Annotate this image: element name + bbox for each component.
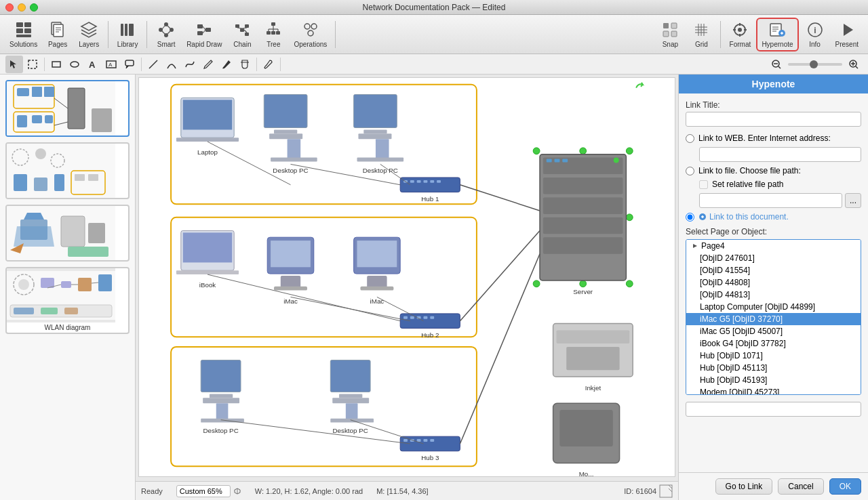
- toolbar-grid[interactable]: Grid: [686, 18, 716, 51]
- tree-obj44813[interactable]: [ObjID 44813]: [686, 289, 861, 301]
- refresh-icon[interactable]: [636, 83, 643, 88]
- tool-pen[interactable]: [199, 56, 217, 73]
- toolbar-smart[interactable]: Smart: [151, 18, 181, 51]
- file-path-input[interactable]: [699, 193, 842, 208]
- node-hub1[interactable]: Hub 1: [400, 178, 460, 203]
- minimize-button[interactable]: [18, 3, 26, 12]
- cancel-button[interactable]: Cancel: [778, 478, 823, 495]
- tool-text[interactable]: A: [84, 56, 102, 73]
- browse-button[interactable]: ...: [845, 193, 861, 208]
- svg-line-97: [54, 98, 68, 108]
- thumbnail-4[interactable]: WLAN diagram: [5, 267, 130, 334]
- tree-page4[interactable]: Page4: [686, 240, 861, 252]
- tool-marquee[interactable]: [24, 56, 41, 73]
- node-desktop1[interactable]: Desktop PC: [264, 95, 317, 175]
- window-controls[interactable]: [5, 3, 38, 12]
- node-laptop[interactable]: Laptop: [176, 98, 239, 155]
- zoom-control[interactable]: [176, 485, 241, 497]
- link-web-radio[interactable]: [686, 134, 694, 143]
- tool-curve[interactable]: [181, 56, 199, 73]
- thumbnail-3[interactable]: [5, 205, 130, 262]
- toolbar-hypernote[interactable]: Hypernote: [756, 18, 798, 51]
- toolbar-rapid[interactable]: Rapid Draw: [182, 18, 226, 51]
- tool-eyedrop[interactable]: [260, 56, 277, 73]
- svg-text:Hub 2: Hub 2: [421, 331, 439, 339]
- toolbar-right-group: Snap Grid Format Hypernote i Info: [655, 18, 863, 51]
- toolbar-solutions[interactable]: Solutions: [5, 18, 41, 51]
- thumbnail-1[interactable]: [5, 80, 130, 137]
- link-doc-radio[interactable]: [686, 213, 694, 222]
- toolbar-present[interactable]: Present: [831, 18, 863, 51]
- node-server[interactable]: Server: [533, 148, 633, 295]
- tool-rect[interactable]: [47, 56, 65, 73]
- toolbar-operations[interactable]: Operations: [290, 18, 331, 51]
- toolbar-pages[interactable]: Pages: [43, 18, 73, 51]
- tree-obj247601[interactable]: [ObjID 247601]: [686, 252, 861, 264]
- tool-select[interactable]: [5, 56, 23, 73]
- svg-line-33: [244, 30, 247, 33]
- node-imac1[interactable]: iMac: [267, 237, 314, 305]
- node-desktop3[interactable]: Desktop PC: [201, 360, 244, 435]
- value-input[interactable]: ;iMac G5;37270: [686, 402, 861, 417]
- svg-line-19: [167, 26, 170, 28]
- tool-bucket[interactable]: [236, 56, 254, 73]
- ok-button[interactable]: OK: [829, 478, 861, 495]
- tool-textbox[interactable]: A: [102, 56, 120, 73]
- svg-rect-143: [357, 158, 404, 162]
- tree-ibook-37782[interactable]: iBook G4 [ObjID 37782]: [686, 337, 861, 350]
- tree-hub-45113[interactable]: Hub [ObjID 45113]: [686, 362, 861, 374]
- tree-hub-45193[interactable]: Hub [ObjID 45193]: [686, 374, 861, 386]
- zoom-in-btn[interactable]: [845, 56, 863, 73]
- tree-laptop44899[interactable]: Laptop Computer [ObjID 44899]: [686, 301, 861, 313]
- zoom-input[interactable]: [176, 485, 231, 497]
- link-file-label: Link to file. Choose file path:: [698, 166, 801, 175]
- thumbnail-2[interactable]: [5, 142, 130, 199]
- toolbar-layers[interactable]: Layers: [74, 18, 104, 51]
- tree-obj41554[interactable]: [ObjID 41554]: [686, 264, 861, 276]
- toolbar-chain[interactable]: Chain: [227, 18, 257, 51]
- pages-label: Pages: [48, 41, 67, 48]
- tree-list[interactable]: Page4 [ObjID 247601] [ObjID 41554] [ObjI…: [686, 239, 861, 395]
- tool-line[interactable]: [144, 56, 162, 73]
- grid-label: Grid: [695, 41, 708, 48]
- toolbar-tree[interactable]: Tree: [258, 18, 288, 51]
- relative-path-checkbox[interactable]: [699, 180, 708, 189]
- node-imac2[interactable]: iMac: [354, 237, 401, 305]
- tree-obj44808[interactable]: [ObjID 44808]: [686, 276, 861, 289]
- canvas-area[interactable]: Laptop Desktop PC: [136, 75, 678, 500]
- info-label: Info: [809, 41, 821, 48]
- maximize-button[interactable]: [30, 3, 38, 12]
- zoom-out-btn[interactable]: [768, 56, 785, 73]
- link-title-input[interactable]: [686, 112, 861, 127]
- link-web-input[interactable]: [699, 147, 861, 162]
- node-inkjet[interactable]: Inkjet: [553, 324, 633, 392]
- goto-link-button[interactable]: Go to Link: [715, 478, 773, 495]
- svg-rect-28: [240, 28, 244, 32]
- tool-ellipse[interactable]: [66, 56, 83, 73]
- toolbar-library[interactable]: Library: [113, 18, 142, 51]
- node-hub3[interactable]: Hub 3: [400, 436, 460, 461]
- tree-modem-45273[interactable]: Modem [ObjID 45273]: [686, 386, 861, 395]
- tool-callout[interactable]: [121, 56, 138, 73]
- close-button[interactable]: [5, 3, 14, 12]
- zoom-slider[interactable]: [788, 63, 842, 66]
- node-modem[interactable]: Mo...: [553, 403, 620, 476]
- toolbar-info[interactable]: i Info: [800, 18, 830, 51]
- solutions-icon: [14, 20, 33, 39]
- tool-brush[interactable]: [218, 56, 235, 73]
- tree-imacg5-45007[interactable]: iMac G5 [ObjID 45007]: [686, 325, 861, 337]
- node-desktop4[interactable]: Desktop PC: [330, 360, 374, 435]
- pages-icon: [48, 20, 67, 39]
- tree-imacg5-37270[interactable]: iMac G5 [ObjID 37270]: [686, 313, 861, 325]
- link-file-radio[interactable]: [686, 167, 694, 175]
- node-hub2[interactable]: Hub 2: [400, 314, 460, 339]
- tool-arc[interactable]: [163, 56, 180, 73]
- toolbar-format[interactable]: Format: [725, 18, 755, 51]
- thumbnail-list: WLAN diagram: [0, 75, 135, 500]
- toolbar-snap[interactable]: Snap: [655, 18, 685, 51]
- tree-hub-1071[interactable]: Hub [ObjID 1071]: [686, 350, 861, 362]
- node-desktop2[interactable]: Desktop PC: [354, 95, 404, 175]
- diagram-canvas[interactable]: Laptop Desktop PC: [138, 77, 675, 477]
- rapid-label: Rapid Draw: [186, 41, 222, 48]
- status-ready: Ready: [141, 487, 163, 495]
